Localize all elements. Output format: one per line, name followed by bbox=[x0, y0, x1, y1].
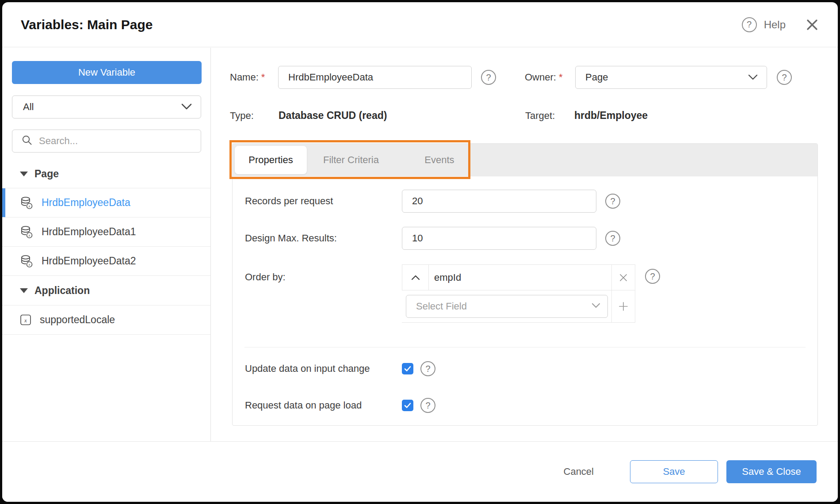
close-icon[interactable] bbox=[805, 18, 819, 32]
header-actions: ? Help bbox=[742, 17, 819, 32]
variable-detail-pane: Name:* ? Owner:* Page ? Type: Database C… bbox=[211, 48, 838, 441]
variable-name: supportedLocale bbox=[40, 314, 115, 326]
sidebar-section-page[interactable]: Page bbox=[2, 160, 210, 188]
application-variable-list: x supportedLocale bbox=[2, 305, 210, 335]
sidebar-item-supportedlocale[interactable]: x supportedLocale bbox=[2, 305, 210, 335]
type-value: Database CRUD (read) bbox=[279, 110, 387, 122]
request-data-label: Request data on page load bbox=[245, 400, 402, 411]
required-asterisk: * bbox=[559, 72, 563, 83]
sidebar-item-hrdbemployeedata[interactable]: x HrdbEmployeeData bbox=[2, 188, 210, 218]
owner-value: Page bbox=[585, 72, 608, 83]
database-variable-icon: x bbox=[20, 254, 34, 268]
panel-divider bbox=[244, 347, 806, 347]
design-max-results-label: Design Max. Results: bbox=[245, 233, 402, 244]
records-per-request-label: Records per request bbox=[245, 195, 402, 207]
static-variable-icon: x bbox=[20, 314, 32, 326]
check-icon bbox=[404, 365, 412, 373]
owner-label: Owner:* bbox=[525, 72, 562, 83]
order-by-row: Order by: empId Select Field bbox=[245, 264, 817, 323]
page-title: Variables: Main Page bbox=[21, 17, 153, 32]
sidebar-item-hrdbemployeedata1[interactable]: x HrdbEmployeeData1 bbox=[2, 218, 210, 247]
variable-name: HrdbEmployeeData1 bbox=[42, 226, 136, 238]
order-by-add-cell: Select Field bbox=[402, 290, 611, 323]
order-by-table: empId Select Field bbox=[402, 264, 635, 323]
variable-config-panel: Properties Filter Criteria Events Record… bbox=[232, 143, 818, 426]
records-per-request-input[interactable] bbox=[402, 190, 596, 213]
tab-events[interactable]: Events bbox=[395, 154, 484, 166]
variable-search bbox=[12, 130, 201, 153]
chevron-down-icon bbox=[748, 72, 758, 83]
section-label: Application bbox=[34, 285, 90, 297]
tab-strip: Properties Filter Criteria Events bbox=[233, 144, 817, 176]
name-label: Name:* bbox=[230, 72, 265, 83]
type-label: Type: bbox=[230, 110, 254, 122]
design-max-help-icon[interactable]: ? bbox=[605, 231, 620, 246]
target-label: Target: bbox=[525, 110, 555, 122]
request-data-help-icon[interactable]: ? bbox=[420, 398, 435, 413]
select-field-placeholder: Select Field bbox=[416, 301, 592, 312]
search-icon bbox=[21, 134, 33, 148]
owner-help-icon[interactable]: ? bbox=[777, 70, 792, 85]
order-by-label: Order by: bbox=[245, 264, 402, 283]
tab-filter-criteria[interactable]: Filter Criteria bbox=[307, 154, 395, 166]
order-by-help-icon[interactable]: ? bbox=[645, 269, 660, 284]
request-data-row: Request data on page load ? bbox=[245, 394, 817, 417]
collapse-triangle-icon bbox=[20, 172, 28, 176]
svg-text:x: x bbox=[28, 262, 31, 267]
records-per-request-row: Records per request ? bbox=[245, 190, 817, 213]
required-asterisk: * bbox=[261, 72, 265, 83]
svg-text:x: x bbox=[28, 233, 31, 237]
check-icon bbox=[404, 401, 412, 409]
variables-dialog: Variables: Main Page ? Help New Variable… bbox=[2, 2, 838, 502]
sidebar-item-hrdbemployeedata2[interactable]: x HrdbEmployeeData2 bbox=[2, 247, 210, 276]
chevron-down-icon bbox=[181, 101, 192, 113]
variables-sidebar: New Variable All Page bbox=[2, 48, 211, 441]
svg-text:x: x bbox=[24, 317, 27, 324]
target-value: hrdb/Employee bbox=[574, 110, 648, 122]
variable-filter-select[interactable]: All bbox=[12, 95, 201, 118]
screenshot-stage: Variables: Main Page ? Help New Variable… bbox=[0, 0, 840, 504]
add-order-field-button[interactable] bbox=[611, 290, 635, 323]
page-variable-list: x HrdbEmployeeData x bbox=[2, 188, 210, 276]
owner-select[interactable]: Page bbox=[575, 66, 767, 89]
new-variable-button[interactable]: New Variable bbox=[12, 61, 202, 84]
sort-ascending-toggle[interactable] bbox=[402, 264, 428, 290]
select-field-dropdown[interactable]: Select Field bbox=[406, 295, 608, 318]
section-label: Page bbox=[34, 168, 59, 180]
cancel-button[interactable]: Cancel bbox=[564, 460, 594, 483]
design-max-results-row: Design Max. Results: ? bbox=[245, 227, 817, 250]
request-data-checkbox[interactable] bbox=[402, 400, 413, 411]
records-help-icon[interactable]: ? bbox=[605, 194, 620, 209]
tab-properties[interactable]: Properties bbox=[235, 146, 307, 174]
update-data-help-icon[interactable]: ? bbox=[420, 361, 435, 376]
collapse-triangle-icon bbox=[20, 288, 28, 293]
help-link[interactable]: Help bbox=[764, 19, 786, 31]
variable-filter-value: All bbox=[23, 101, 34, 113]
save-button[interactable]: Save bbox=[630, 460, 718, 483]
sidebar-section-application[interactable]: Application bbox=[2, 276, 210, 305]
remove-x-icon bbox=[619, 273, 628, 282]
save-and-close-button[interactable]: Save & Close bbox=[726, 460, 817, 483]
dialog-header: Variables: Main Page ? Help bbox=[2, 2, 838, 47]
properties-tab-content: Records per request ? Design Max. Result… bbox=[233, 176, 817, 417]
name-input[interactable] bbox=[278, 66, 472, 89]
chevron-up-icon bbox=[411, 275, 420, 280]
search-input[interactable] bbox=[39, 135, 194, 147]
variable-name: HrdbEmployeeData2 bbox=[42, 255, 136, 267]
remove-order-field-button[interactable] bbox=[611, 264, 635, 290]
update-data-label: Update data on input change bbox=[245, 363, 402, 374]
order-by-field[interactable]: empId bbox=[428, 264, 611, 290]
update-data-checkbox[interactable] bbox=[402, 363, 413, 374]
design-max-results-input[interactable] bbox=[402, 227, 596, 250]
variable-name: HrdbEmployeeData bbox=[42, 197, 130, 209]
dialog-footer: Cancel Save Save & Close bbox=[2, 441, 838, 502]
plus-icon bbox=[619, 302, 628, 311]
database-variable-icon: x bbox=[20, 196, 34, 210]
svg-text:x: x bbox=[28, 204, 31, 208]
name-help-icon[interactable]: ? bbox=[481, 70, 496, 85]
help-icon[interactable]: ? bbox=[742, 17, 757, 32]
database-variable-icon: x bbox=[20, 225, 34, 239]
update-data-row: Update data on input change ? bbox=[245, 357, 817, 380]
chevron-down-icon bbox=[592, 302, 600, 310]
